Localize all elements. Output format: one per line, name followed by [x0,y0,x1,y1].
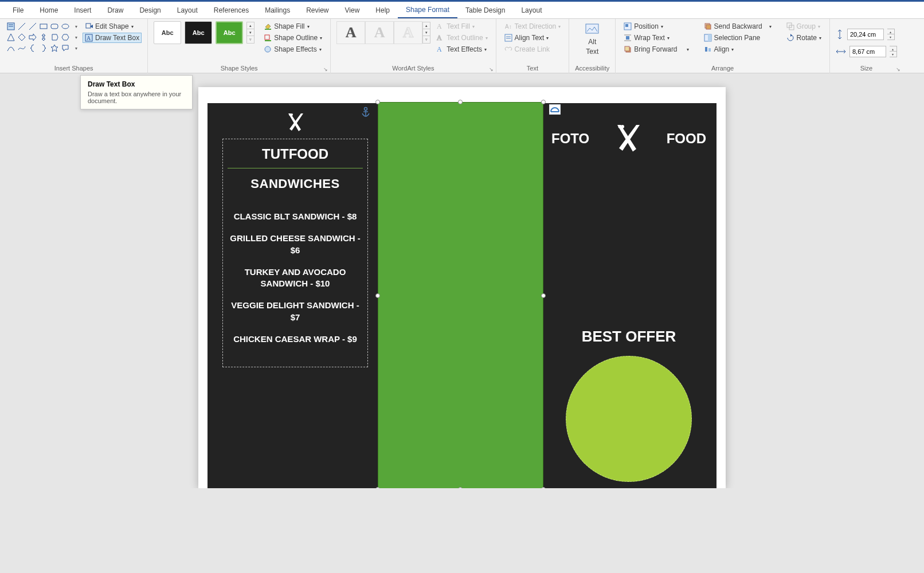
width-row: ▴▾ [836,46,897,57]
shape-diamond-icon[interactable] [17,32,27,42]
position-button[interactable]: Position▾ [621,21,691,32]
dialog-launcher-icon[interactable]: ↘ [489,66,494,72]
tooltip-title: Draw Text Box [88,80,185,88]
tab-draw[interactable]: Draw [99,3,131,18]
shape-roundrect-icon[interactable] [49,21,60,32]
tab-view[interactable]: View [337,3,368,18]
style-swatch-white[interactable]: Abc [154,21,181,44]
tab-layout[interactable]: Layout [169,3,206,18]
svg-rect-33 [626,36,629,40]
style-swatch-black[interactable]: Abc [185,21,212,44]
brand-title: TUTFOOD [228,146,363,162]
dialog-launcher-icon[interactable]: ↘ [323,66,328,72]
draw-text-box-button[interactable]: A Draw Text Box [83,33,142,43]
tab-insert[interactable]: Insert [66,3,99,18]
height-input[interactable] [847,29,884,40]
shape-callout-icon[interactable] [60,43,71,53]
send-backward-label: Send Backward [714,22,762,30]
shape-brace-right-icon[interactable] [38,43,49,53]
text-outline-button: A Text Outline▾ [434,33,490,43]
selection-handle[interactable] [375,293,380,298]
shape-outline-button[interactable]: Shape Outline▾ [261,33,324,43]
svg-point-22 [265,46,271,52]
dialog-launcher-icon[interactable]: ↘ [896,66,900,72]
shape-effects-button[interactable]: Shape Effects▾ [261,44,324,54]
shape-fill-label: Shape Fill [274,22,304,30]
align-text-button[interactable]: Align Text▾ [502,33,563,43]
height-row: ▴▾ [836,29,897,40]
text-fill-icon: A [436,22,444,30]
layout-options-button[interactable] [549,104,561,115]
svg-text:A: A [437,45,442,53]
wordart-gallery[interactable]: A A A ▴▾▿ [336,21,430,44]
shape-brace-left-icon[interactable] [28,43,38,53]
shapes-gallery[interactable]: ▾ ▾ ▾ [6,21,79,53]
shape-line2-icon[interactable] [28,21,38,32]
wordart-gallery-spinner[interactable]: ▴▾▿ [422,22,430,44]
document-canvas[interactable]: TUTFOOD SANDWICHES CLASSIC BLT SANDWICH … [0,87,924,488]
group-label-wordart-styles: WordArt Styles↘ [336,65,490,73]
edit-shape-button[interactable]: Edit Shape ▾ [83,21,142,32]
edit-shape-label: Edit Shape [95,22,129,30]
shape-style-gallery[interactable]: Abc Abc Abc ▴▾▿ [154,21,255,44]
shape-line-icon[interactable] [17,21,27,32]
tab-shape-format[interactable]: Shape Format [398,2,457,18]
rotate-button[interactable]: Rotate▾ [784,33,824,43]
align-button[interactable]: Align▾ [702,44,774,54]
tab-table-design[interactable]: Table Design [457,3,513,18]
selected-shape-rectangle[interactable] [378,102,543,488]
selection-handle[interactable] [458,487,463,488]
draw-text-box-label: Draw Text Box [95,34,139,42]
tab-mailings[interactable]: Mailings [257,3,298,18]
selection-pane-button[interactable]: Selection Pane [702,33,774,43]
tab-file[interactable]: File [5,3,32,18]
selection-handle[interactable] [541,293,546,298]
shape-arc-icon[interactable] [6,43,16,53]
shapes-row-more-3[interactable]: ▾ [71,43,81,53]
shapes-row-more-2[interactable]: ▾ [71,32,81,42]
style-swatch-green[interactable]: Abc [216,21,243,44]
shape-pentagon-icon[interactable] [49,32,60,42]
wordart-swatch-3[interactable]: A [394,21,422,44]
shape-triangle-icon[interactable] [6,32,16,42]
svg-point-57 [621,125,624,128]
shape-effects-label: Shape Effects [274,45,317,53]
send-backward-button[interactable]: Send Backward▾ [702,21,774,32]
selection-handle[interactable] [375,487,380,488]
shape-oval-icon[interactable] [60,21,71,32]
wordart-swatch-1[interactable]: A [336,21,365,44]
svg-rect-15 [86,23,91,28]
wordart-swatch-2[interactable]: A [365,21,394,44]
bring-forward-button[interactable]: Bring Forward▾ [621,44,691,54]
shape-arrow-updown-icon[interactable] [38,32,49,42]
tab-home[interactable]: Home [32,3,66,18]
selection-handle[interactable] [375,100,380,104]
style-gallery-spinner[interactable]: ▴▾▿ [246,22,255,44]
alt-text-button[interactable]: Alt Text [577,21,607,58]
tab-references[interactable]: References [206,3,257,18]
width-spinner[interactable]: ▴▾ [890,46,897,57]
shape-arrow-right-icon[interactable] [28,32,38,42]
shape-hex-icon[interactable] [60,32,71,42]
tab-layout-contextual[interactable]: Layout [513,3,550,18]
tab-review[interactable]: Review [298,3,336,18]
tab-help[interactable]: Help [367,3,398,18]
shape-textbox-icon[interactable] [6,21,16,32]
shape-rect-icon[interactable] [38,21,49,32]
tab-design[interactable]: Design [131,3,169,18]
wrap-text-button[interactable]: Wrap Text▾ [621,33,691,43]
shape-curve-icon[interactable] [17,43,27,53]
svg-rect-6 [51,24,58,29]
text-effects-button[interactable]: A Text Effects▾ [434,44,490,54]
width-input[interactable] [849,46,886,57]
shape-star-icon[interactable] [49,43,60,53]
selection-handle[interactable] [541,487,546,488]
shape-fill-button[interactable]: Shape Fill▾ [261,21,324,32]
shape-outline-label: Shape Outline [274,34,318,42]
text-box-icon: A [85,34,93,42]
height-spinner[interactable]: ▴▾ [887,29,895,40]
text-effects-label: Text Effects [447,45,482,53]
selection-handle[interactable] [458,100,463,104]
selection-handle[interactable] [541,100,546,104]
shapes-row-more-1[interactable]: ▾ [71,21,81,32]
